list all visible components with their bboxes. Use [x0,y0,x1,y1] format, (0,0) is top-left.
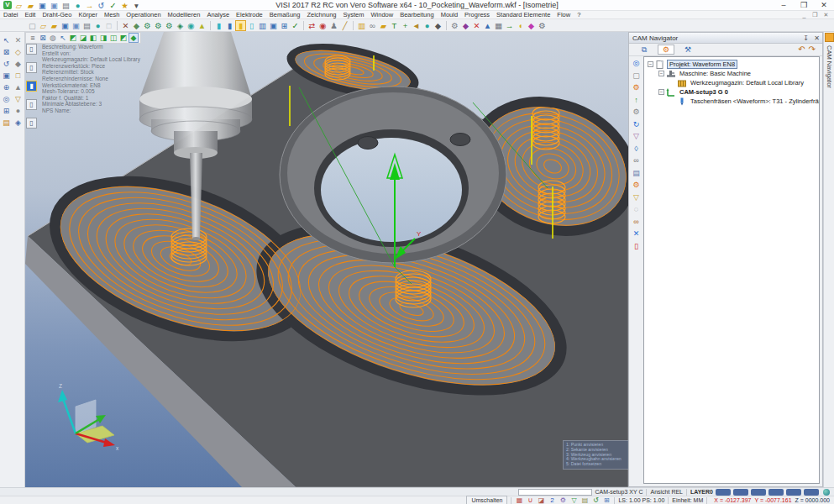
copy-icon[interactable]: ◇ [13,47,24,58]
save-icon[interactable]: ▣ [37,0,48,11]
menu-item-mesh[interactable]: Mesh [101,11,123,19]
redo-icon[interactable]: ↷ [809,45,816,55]
shaded-view-icon[interactable]: ● [92,20,103,31]
menu-item-standard-elemente[interactable]: Standard Elemente [493,11,553,19]
color-swatch[interactable] [768,489,784,496]
tab-machining-icon[interactable]: ⚙ [658,45,674,55]
annotate-icon[interactable]: ╱ [339,20,350,31]
link-ops-icon[interactable]: ∞ [631,155,642,166]
menu-item--[interactable]: ? [574,11,584,19]
viewport-3d[interactable]: Y Z x ▯▯▮▯▯ [25,32,628,487]
dual-view-icon[interactable]: 2 [548,496,556,504]
magnet-icon[interactable]: ∪ [526,496,534,504]
person-icon[interactable]: ♟ [328,20,339,31]
op-active-icon[interactable]: ▮ [26,81,37,92]
machine-gears-icon[interactable]: ⚙ [537,20,548,31]
menu-item-mould[interactable]: Mould [438,11,461,19]
undo-icon[interactable]: ↶ [798,45,805,55]
menu-item-bearbeitung[interactable]: Bearbeitung [396,11,437,19]
menu-item-edit[interactable]: Edit [22,11,39,19]
menu-item-operationen[interactable]: Operationen [123,11,164,19]
color-swatch[interactable] [804,489,819,496]
save-file-icon[interactable]: ▣ [60,20,71,31]
tools-x-icon[interactable]: ✕ [631,228,642,239]
close-button[interactable]: ✕ [814,0,834,11]
menu-item-zeichnung[interactable]: Zeichnung [303,11,339,19]
menu-item-k-rper[interactable]: Körper [75,11,101,19]
pliers-icon[interactable]: ✕ [120,20,131,31]
mdi-close-button[interactable]: ✕ [821,11,831,19]
text-tool-icon[interactable]: T [389,20,400,31]
wireframe-icon[interactable]: ▮ [213,20,224,31]
folders-icon[interactable]: ▰ [49,20,60,31]
folder-link-icon[interactable]: ▰ [378,20,389,31]
filter-ops-icon[interactable]: ▽ [631,192,642,203]
props-icon[interactable]: ◈ [13,118,24,129]
undo-icon[interactable]: ↺ [96,0,107,11]
grid-dock-icon[interactable]: ⊞ [1,106,12,117]
edit-op-icon[interactable]: ⚙ [631,180,642,191]
gear-tool-icon[interactable]: ⚙ [449,20,460,31]
favorites-icon[interactable]: ★ [119,0,130,11]
layer-dock-icon[interactable]: ▤ [1,118,12,129]
color-swatch[interactable] [751,489,766,496]
flask-icon[interactable]: ▽ [631,131,642,142]
snap-grid-icon[interactable]: ⊞ [602,496,611,504]
menu-item-window[interactable]: Window [368,11,397,19]
gears-status-icon[interactable]: ⚙ [559,496,567,504]
view-left-icon[interactable]: ◧ [88,33,98,43]
view-top-icon[interactable]: ◫ [108,33,118,43]
command-input[interactable] [518,489,592,496]
qat-dropdown-icon[interactable]: ▾ [131,0,142,11]
move-icon[interactable]: ▣ [1,71,12,81]
ghost-mode-icon[interactable]: ▯ [246,20,257,31]
menu-item-bema-ung[interactable]: Bemaßung [266,11,304,19]
solid-intersect-icon[interactable]: ⚙ [164,20,175,31]
layers-icon[interactable]: ▣ [268,20,279,31]
save-stack-icon[interactable]: ▣ [71,20,81,31]
validate-icon[interactable]: ✓ [290,20,301,31]
new-stock-icon[interactable]: ▢ [631,71,642,81]
menu-item-draht-geo[interactable]: Draht-Geo [39,11,75,19]
render-icon[interactable]: ● [72,0,83,11]
minimize-button[interactable]: – [774,0,794,11]
tree-item[interactable]: − Taschenfräsen <Waveform>: T31 - Zylind… [644,97,819,106]
tab-operations-icon[interactable]: ⧉ [636,45,653,55]
menu-item-progress[interactable]: Progress [461,11,493,19]
trim-icon[interactable]: ▲ [13,82,24,93]
filter-status-icon[interactable]: ▽ [569,496,578,504]
mirror-icon[interactable]: ◆ [13,59,24,70]
point-icon[interactable]: ● [13,106,24,117]
electrode-icon[interactable]: ◆ [460,20,471,31]
mdi-minimize-button[interactable]: _ [799,11,810,19]
color-swatch[interactable] [786,489,801,496]
plot-icon[interactable]: ▦ [515,496,523,504]
window-select-icon[interactable]: ⊠ [1,47,12,58]
filter-dock-icon[interactable]: ▽ [13,94,24,105]
view-right-icon[interactable]: ◨ [98,33,108,43]
open-file-icon[interactable]: ▱ [38,20,49,31]
delete-icon[interactable]: ▯ [631,241,642,252]
scale-icon[interactable]: □ [13,71,24,81]
select-arrow-icon[interactable]: ↖ [58,33,68,43]
print-icon[interactable]: ▤ [60,0,71,11]
cam-navigator-vertical-tab[interactable]: CAM Navigator [826,45,833,88]
blank-sheet-icon[interactable]: □ [103,20,114,31]
note-page-icon[interactable]: ▥ [356,20,367,31]
tab-tools-icon[interactable]: ⚒ [679,45,696,55]
view-bottom-icon[interactable]: ◩ [118,33,129,43]
measure-icon[interactable]: ◎ [1,94,12,105]
grip-icon[interactable]: ◆ [433,20,443,31]
tree-item[interactable]: − Werkzeugmagazin: Default Local Library [644,78,819,87]
target-icon[interactable]: ◉ [317,20,328,31]
draft-icon[interactable]: ▲ [197,20,207,31]
kinematics-icon[interactable]: ▲ [482,20,493,31]
view-menu-icon[interactable]: ≡ [28,33,38,43]
solid-subtract-icon[interactable]: ⚙ [153,20,164,31]
open-icon[interactable]: ▱ [13,0,24,11]
new-file-icon[interactable]: ▢ [27,20,38,31]
select-region-icon[interactable]: ◌ [631,204,642,215]
export-icon[interactable]: → [84,0,95,11]
postprocess-icon[interactable]: ▤ [631,168,642,179]
chain-icon[interactable]: ∞ [631,217,642,228]
